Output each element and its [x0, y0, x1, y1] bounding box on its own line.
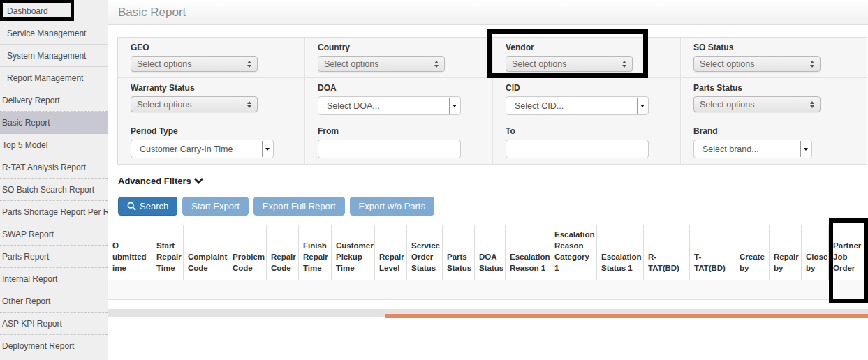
- brand-select-value: Select brand...: [703, 144, 759, 154]
- filter-period-type: Period Type Customer Carry-In Time: [118, 121, 305, 164]
- table-empty-row: [108, 280, 868, 300]
- filter-panel: GEO Select options Country Select option…: [117, 37, 867, 165]
- country-select[interactable]: Select options: [318, 56, 445, 72]
- column-header-parts-status[interactable]: Parts Status: [443, 225, 475, 280]
- sidebar-item-deployment-report[interactable]: Deployment Report: [0, 335, 108, 357]
- sidebar-item-report-management[interactable]: Report Management: [0, 67, 108, 89]
- filter-parts-status: Parts Status Select options: [681, 78, 867, 121]
- column-header-escalation-reason-1[interactable]: Escalation Reason 1: [506, 225, 550, 280]
- filter-to: To: [493, 121, 681, 164]
- period-type-select[interactable]: Customer Carry-In Time: [131, 140, 274, 158]
- column-header-t-tat-bd[interactable]: T-TAT(BD): [690, 225, 735, 280]
- column-header-finish-repair-time[interactable]: Finish Repair Time: [299, 225, 332, 280]
- report-table-header: O ubmitted ime Start Repair Time Complai…: [108, 225, 868, 280]
- dropdown-arrow-icon: [449, 98, 459, 114]
- filter-geo: GEO Select options: [118, 38, 305, 78]
- updown-arrows-icon: [810, 61, 814, 68]
- column-header-escalation-status-1[interactable]: Escalation Status 1: [597, 225, 644, 280]
- vendor-select[interactable]: Select options: [506, 56, 633, 72]
- advanced-filters-label: Advanced Filters: [118, 176, 191, 186]
- column-header-escalation-reason-category-1[interactable]: Escalation Reason Category 1: [550, 225, 597, 280]
- sidebar-item-internal-report[interactable]: Internal Report: [0, 268, 108, 290]
- column-header-create-by[interactable]: Create by: [735, 225, 770, 280]
- cid-select-value: Select CID...: [515, 101, 564, 111]
- column-header-start-repair-time[interactable]: Start Repair Time: [152, 225, 184, 280]
- advanced-filters-toggle[interactable]: Advanced Filters: [118, 176, 209, 186]
- geo-select-value: Select options: [137, 59, 192, 69]
- brand-select[interactable]: Select brand...: [693, 140, 812, 158]
- column-header-partner-job-order[interactable]: Partner Job Order: [829, 225, 868, 280]
- warranty-status-select[interactable]: Select options: [131, 96, 258, 112]
- column-header-repair-by[interactable]: Repair by: [770, 225, 802, 280]
- dropdown-arrow-icon: [800, 141, 811, 157]
- sidebar-item-parts-shortage-report[interactable]: Parts Shortage Report Per Repa: [0, 201, 108, 223]
- parts-status-select-value: Select options: [700, 100, 755, 110]
- column-header-close-by[interactable]: Close by: [802, 225, 829, 280]
- updown-arrows-icon: [434, 61, 439, 68]
- period-type-label: Period Type: [131, 126, 292, 136]
- search-button-label: Search: [140, 201, 168, 211]
- vendor-select-value: Select options: [512, 59, 567, 69]
- export-full-report-button[interactable]: Export Full Report: [253, 197, 345, 216]
- geo-label: GEO: [131, 43, 292, 52]
- column-header-problem-code[interactable]: Problem Code: [228, 225, 267, 280]
- warranty-status-label: Warranty Status: [131, 83, 292, 93]
- column-header-service-order-status[interactable]: Service Order Status: [407, 225, 443, 280]
- export-wo-parts-button[interactable]: Export w/o Parts: [350, 197, 434, 216]
- scrollbar-orange-bar[interactable]: [385, 314, 868, 318]
- updown-arrows-icon: [810, 101, 814, 108]
- updown-arrows-icon: [247, 61, 251, 68]
- column-header-repair-code[interactable]: Repair Code: [267, 225, 299, 280]
- sidebar-item-other-report[interactable]: Other Report: [0, 290, 108, 313]
- from-input[interactable]: [318, 140, 461, 158]
- chevron-down-icon: [194, 178, 203, 184]
- sidebar-item-dashboard[interactable]: Dashboard: [0, 0, 108, 22]
- sidebar-item-system-management[interactable]: System Management: [0, 45, 108, 67]
- column-header-r-tat-bd[interactable]: R-TAT(BD): [644, 225, 690, 280]
- from-label: From: [318, 126, 480, 136]
- so-status-select[interactable]: Select options: [693, 56, 821, 72]
- filter-so-status: SO Status Select options: [681, 38, 867, 78]
- to-input[interactable]: [506, 140, 649, 158]
- so-status-label: SO Status: [693, 43, 854, 52]
- sidebar-item-service-management[interactable]: Service Management: [0, 22, 108, 45]
- filter-warranty-status: Warranty Status Select options: [118, 78, 305, 121]
- filter-doa: DOA Select DOA...: [305, 78, 493, 121]
- doa-select-value: Select DOA...: [327, 101, 380, 111]
- filter-country: Country Select options: [305, 38, 493, 78]
- cid-select[interactable]: Select CID...: [506, 96, 649, 115]
- doa-select[interactable]: Select DOA...: [318, 96, 461, 115]
- sidebar-item-so-batch-search-report[interactable]: SO Batch Search Report: [0, 179, 108, 201]
- column-header-doa-status[interactable]: DOA Status: [475, 225, 506, 280]
- toolbar: Search Start Export Export Full Report E…: [118, 197, 868, 216]
- app-window: Dashboard Service Management System Mana…: [0, 0, 868, 360]
- country-select-value: Select options: [324, 59, 379, 69]
- sidebar-item-top-5-model[interactable]: Top 5 Model: [0, 134, 108, 156]
- sidebar: Dashboard Service Management System Mana…: [0, 0, 108, 360]
- column-header-repair-level[interactable]: Repair Level: [375, 225, 407, 280]
- horizontal-scrollbar[interactable]: [108, 309, 868, 317]
- column-header-complaint-code[interactable]: Complaint Code: [184, 225, 228, 280]
- geo-select[interactable]: Select options: [131, 56, 258, 72]
- sidebar-item-parts-report[interactable]: Parts Report: [0, 246, 108, 268]
- sidebar-item-basic-report[interactable]: Basic Report: [0, 112, 108, 134]
- column-header-customer-pickup-time[interactable]: Customer Pickup Time: [332, 225, 375, 280]
- sidebar-item-swap-report[interactable]: SWAP Report: [0, 223, 108, 246]
- dropdown-arrow-icon: [637, 98, 647, 114]
- filter-brand: Brand Select brand...: [681, 121, 867, 164]
- search-icon: [127, 202, 136, 211]
- so-status-select-value: Select options: [700, 59, 755, 69]
- parts-status-label: Parts Status: [693, 83, 854, 93]
- column-header-so-submitted-time[interactable]: O ubmitted ime: [108, 225, 152, 280]
- search-button[interactable]: Search: [118, 197, 177, 216]
- to-label: To: [506, 126, 668, 136]
- sidebar-item-r-tat-analysis-report[interactable]: R-TAT Analysis Report: [0, 156, 108, 179]
- updown-arrows-icon: [622, 61, 626, 68]
- filter-vendor: Vendor Select options: [493, 38, 681, 78]
- start-export-button[interactable]: Start Export: [182, 197, 249, 216]
- sidebar-item-asp-kpi-report[interactable]: ASP KPI Report: [0, 313, 108, 335]
- period-type-select-value: Customer Carry-In Time: [140, 144, 233, 154]
- sidebar-item-delivery-report[interactable]: Delivery Report: [0, 89, 108, 112]
- parts-status-select[interactable]: Select options: [693, 96, 821, 112]
- brand-label: Brand: [693, 126, 854, 136]
